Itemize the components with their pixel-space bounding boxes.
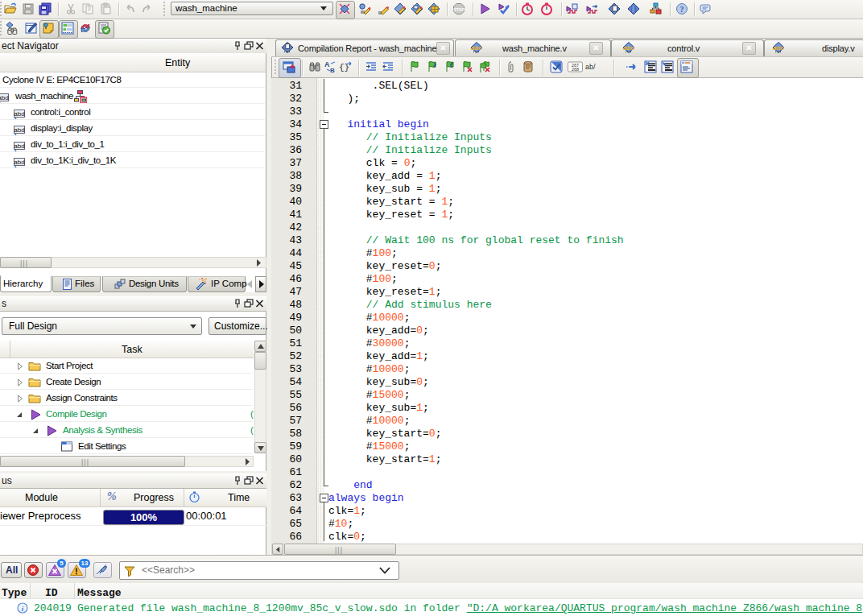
svg-text:abd: abd (14, 126, 24, 134)
svg-text:abc: abc (773, 44, 784, 52)
svg-text:{}: {} (339, 63, 349, 72)
svg-text:abc: abc (471, 44, 482, 52)
svg-text:B: B (330, 67, 335, 73)
svg-text:abd: abd (14, 159, 24, 166)
svg-text:abd: abd (0, 94, 9, 101)
svg-text:A: A (324, 60, 330, 68)
svg-text:abd: abd (14, 110, 24, 118)
svg-text:STOP: STOP (453, 7, 465, 12)
svg-text:?: ? (680, 5, 684, 14)
svg-text:abd: abd (14, 143, 24, 150)
svg-text:268: 268 (572, 67, 579, 72)
svg-text:ab/: ab/ (585, 63, 596, 71)
svg-text:abc: abc (623, 44, 634, 52)
